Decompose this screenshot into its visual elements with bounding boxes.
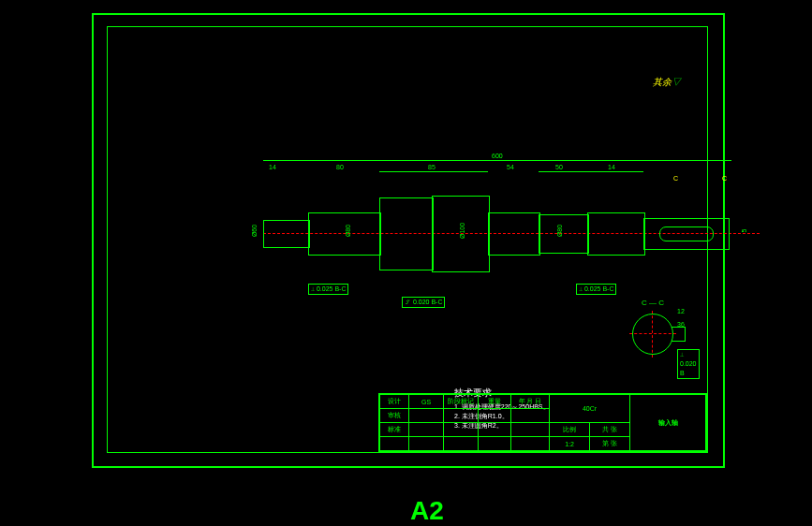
dimension-set-top: 600 85 50 14 14 80 54 C C	[263, 158, 760, 192]
dim-d2: Ø80	[345, 225, 351, 237]
section-keyway	[672, 327, 686, 342]
shaft-main-view: 600 85 50 14 14 80 54 C C Ø60 Ø80 Ø100 Ø…	[263, 192, 760, 274]
title-block: 设计 GS 阶段标记 重量 年 月 日 40Cr 输入轴 审核 标准 比例 共 …	[378, 393, 707, 452]
shaft-section-3	[379, 197, 434, 270]
dim-overall	[263, 160, 731, 161]
fcf-1: ⟂ 0.025 B-C	[308, 284, 348, 295]
shaft-section-5	[488, 212, 540, 256]
section-view-cc: C — C 12 36 ⟂ 0.020 B	[628, 304, 688, 364]
dim-overall-value: 600	[492, 153, 503, 159]
section-dim1: 12	[677, 308, 685, 314]
sheet-size-label: A2	[410, 496, 444, 526]
fcf-4: ⟂ 0.020 B	[677, 349, 700, 379]
material-cell: 40Cr	[550, 395, 630, 423]
dim-d1: Ø60	[251, 225, 258, 237]
dim-d3: Ø100	[459, 223, 465, 239]
shaft-section-7	[587, 212, 645, 256]
section-cut-c: C	[673, 175, 678, 182]
shaft-section-6	[539, 214, 589, 254]
drawing-frame-inner: 其余▽ 600 85 50 14 14 80 54 C C Ø60	[107, 26, 708, 453]
dim-d4: Ø80	[556, 225, 563, 237]
surface-finish-note: 其余▽	[653, 76, 681, 89]
shaft-section-1	[263, 220, 310, 248]
keyway-slot	[659, 226, 714, 241]
section-circle	[632, 314, 673, 355]
section-dim2: 36	[677, 321, 685, 328]
fcf-2: ⫽ 0.020 B-C	[402, 297, 445, 308]
shaft-section-8	[643, 218, 730, 250]
section-centerline-h	[629, 333, 676, 334]
part-name-cell: 输入轴	[630, 395, 706, 451]
section-label: C — C	[642, 299, 664, 307]
fcf-3: ⟂ 0.025 B-C	[576, 284, 616, 295]
section-centerline-v	[652, 311, 653, 358]
section-cut-c2: C	[722, 175, 727, 182]
dim-d5: 5	[741, 229, 747, 233]
